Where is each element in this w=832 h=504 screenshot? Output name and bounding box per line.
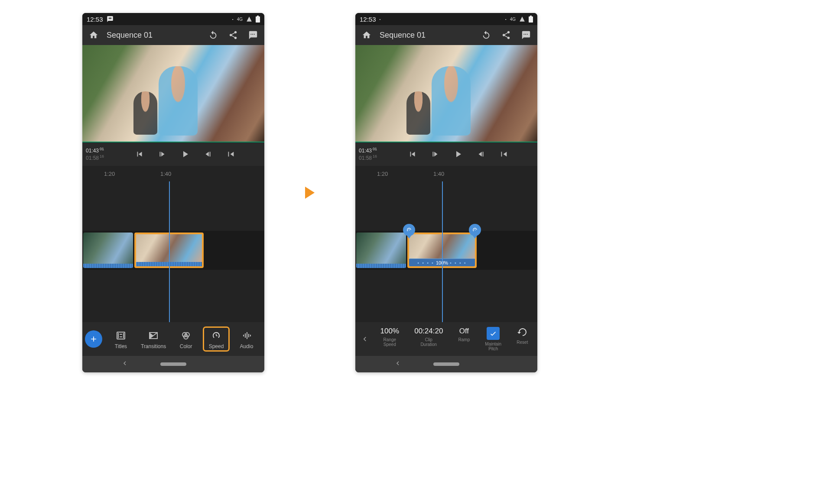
timeline[interactable]: 1:20 1:40 100% xyxy=(355,166,537,322)
phone-before: 12:53 • 4G Sequence 01 xyxy=(82,13,264,372)
system-home-pill[interactable] xyxy=(433,362,459,366)
reset-button[interactable]: Reset xyxy=(517,327,528,351)
svg-rect-12 xyxy=(245,333,246,338)
system-navbar xyxy=(355,356,537,372)
svg-rect-3 xyxy=(118,333,119,338)
ruler-mark: 1:20 xyxy=(104,171,115,177)
network-label: 4G xyxy=(510,17,516,22)
phone-after: 12:53 • • 4G Sequence 01 xyxy=(355,13,537,372)
tool-label: Audio xyxy=(240,343,254,349)
share-button[interactable] xyxy=(224,26,242,44)
range-speed-control[interactable]: 100% Range Speed xyxy=(380,327,399,351)
svg-rect-0 xyxy=(256,16,260,23)
undo-button[interactable] xyxy=(478,26,495,44)
svg-rect-5 xyxy=(120,334,122,335)
signal-icon xyxy=(246,16,252,22)
ruler-mark: 1:40 xyxy=(433,171,444,177)
svg-rect-11 xyxy=(243,335,244,336)
reset-icon xyxy=(517,327,527,338)
maintain-pitch-toggle[interactable]: Maintain Pitch xyxy=(485,327,501,351)
timeline[interactable]: 1:20 1:40 xyxy=(82,166,264,322)
clip[interactable] xyxy=(356,233,406,268)
system-back-button[interactable] xyxy=(394,360,401,368)
svg-rect-14 xyxy=(248,334,249,337)
svg-rect-1 xyxy=(257,16,259,16)
system-home-pill[interactable] xyxy=(160,362,186,366)
transition-arrow-icon xyxy=(305,187,315,199)
undo-button[interactable] xyxy=(205,26,222,44)
video-preview[interactable] xyxy=(82,45,264,142)
signal-icon xyxy=(519,16,525,22)
step-back-button[interactable] xyxy=(430,149,440,159)
battery-icon xyxy=(256,16,260,23)
add-media-button[interactable] xyxy=(85,330,102,348)
ruler-mark: 1:20 xyxy=(377,171,388,177)
play-button[interactable] xyxy=(453,149,463,159)
sequence-title[interactable]: Sequence 01 xyxy=(378,31,475,40)
share-button[interactable] xyxy=(497,26,515,44)
time-ruler: 1:20 1:40 xyxy=(355,166,537,181)
status-time: 12:53 xyxy=(87,16,103,23)
svg-rect-13 xyxy=(247,332,247,339)
tool-label: Transitions xyxy=(141,343,166,349)
transport-bar: 01:4301 01:5816 xyxy=(82,142,264,166)
titles-tool[interactable]: Titles xyxy=(109,328,133,350)
video-preview[interactable] xyxy=(355,45,537,142)
tool-label: Titles xyxy=(115,343,127,349)
statusbar: 12:53 • • 4G xyxy=(355,13,537,25)
system-back-button[interactable] xyxy=(121,360,128,368)
skip-start-button[interactable] xyxy=(135,149,144,159)
clip[interactable] xyxy=(83,233,133,268)
playhead[interactable] xyxy=(169,181,170,322)
speed-panel: 100% Range Speed 00:24:20 Clip Duration … xyxy=(355,322,537,356)
skip-start-button[interactable] xyxy=(408,149,417,159)
play-button[interactable] xyxy=(180,149,190,159)
speed-tool[interactable]: Speed xyxy=(204,328,228,350)
step-forward-button[interactable] xyxy=(203,149,213,159)
comment-button[interactable] xyxy=(244,26,262,44)
audio-tool[interactable]: Audio xyxy=(234,328,259,350)
app-header: Sequence 01 xyxy=(355,25,537,45)
clip-track[interactable] xyxy=(82,231,264,270)
app-header: Sequence 01 xyxy=(82,25,264,45)
svg-rect-6 xyxy=(120,336,122,337)
ruler-mark: 1:40 xyxy=(160,171,171,177)
skip-end-button[interactable] xyxy=(499,149,508,159)
tool-label: Color xyxy=(180,343,192,349)
tool-label: Speed xyxy=(209,343,224,349)
clip-track[interactable]: 100% xyxy=(355,231,537,270)
network-label: 4G xyxy=(237,17,243,22)
color-tool[interactable]: Color xyxy=(174,328,198,350)
statusbar: 12:53 • 4G xyxy=(82,13,264,25)
svg-rect-17 xyxy=(530,16,532,16)
edit-toolbar: Titles Transitions Color Speed Audio xyxy=(82,322,264,356)
clip-duration-control[interactable]: 00:24:20 Clip Duration xyxy=(414,327,443,351)
timecode: 01:4301 01:5816 xyxy=(86,147,109,162)
time-ruler: 1:20 1:40 xyxy=(82,166,264,181)
skip-end-button[interactable] xyxy=(226,149,235,159)
sequence-title[interactable]: Sequence 01 xyxy=(105,31,202,40)
transitions-tool[interactable]: Transitions xyxy=(139,328,168,350)
svg-rect-4 xyxy=(123,333,124,338)
step-forward-button[interactable] xyxy=(476,149,486,159)
checkbox-checked-icon xyxy=(487,327,500,340)
svg-rect-15 xyxy=(250,335,251,336)
home-button[interactable] xyxy=(85,26,102,44)
home-button[interactable] xyxy=(358,26,375,44)
playhead[interactable] xyxy=(442,181,443,322)
comment-button[interactable] xyxy=(517,26,535,44)
status-time: 12:53 xyxy=(360,16,376,23)
timecode: 01:4301 01:5816 xyxy=(359,147,382,162)
ramp-control[interactable]: Off Ramp xyxy=(458,327,470,351)
system-navbar xyxy=(82,356,264,372)
step-back-button[interactable] xyxy=(157,149,167,159)
status-dot-icon: • xyxy=(380,17,381,21)
svg-rect-16 xyxy=(529,16,533,23)
battery-icon xyxy=(529,16,533,23)
panel-back-button[interactable] xyxy=(357,335,373,343)
message-icon xyxy=(107,16,114,23)
transport-bar: 01:4301 01:5816 xyxy=(355,142,537,166)
